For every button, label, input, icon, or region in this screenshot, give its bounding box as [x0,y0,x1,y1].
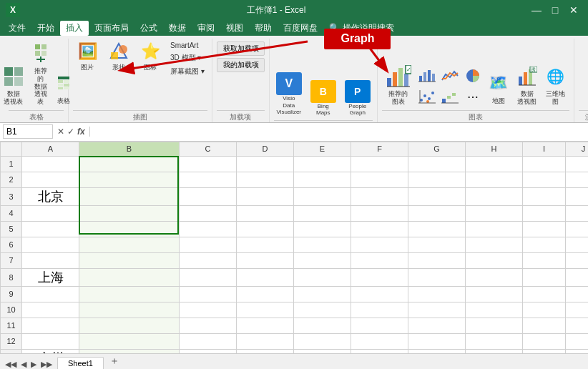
cell-J12[interactable] [566,333,589,349]
cell-B7[interactable] [79,252,180,268]
cell-I10[interactable] [523,302,566,318]
col-header-H[interactable]: H [466,142,523,156]
cell-F1[interactable] [351,156,408,172]
cell-I6[interactable] [523,237,566,252]
maximize-button[interactable]: □ [547,3,564,17]
menu-item-help[interactable]: 帮助 [249,21,278,36]
cell-I11[interactable] [523,318,566,333]
shapes-button[interactable]: 形状 [104,39,133,74]
menu-item-home[interactable]: 开始 [31,21,60,36]
cell-B1[interactable] [79,156,180,172]
sheet-nav-back[interactable]: ◀ [19,360,29,369]
cell-C6[interactable] [180,237,237,252]
cell-I5[interactable] [523,221,566,237]
cell-G8[interactable] [408,268,466,286]
3d-model-button[interactable]: 3D 模型 ▾ [167,51,207,64]
insert-function-icon[interactable]: fx [77,127,85,137]
screenshot-button[interactable]: 屏幕截图 ▾ [167,65,207,78]
map-button[interactable]: 🗺️ 地图 [485,68,512,107]
cell-H10[interactable] [466,302,523,318]
cell-F10[interactable] [351,302,408,318]
more-charts-button[interactable]: ⋯ [462,87,484,107]
cell-J4[interactable] [566,205,589,221]
cell-G3[interactable] [408,187,466,205]
scatter-chart-button[interactable] [416,87,438,107]
cell-F3[interactable] [351,187,408,205]
cell-E3[interactable] [294,187,351,205]
col-header-G[interactable]: G [408,142,466,156]
col-header-F[interactable]: F [351,142,408,156]
cell-G7[interactable] [408,252,466,268]
cell-J3[interactable] [566,187,589,205]
waterfall-chart-button[interactable] [439,87,461,107]
cell-E6[interactable] [294,237,351,252]
cell-D9[interactable] [237,286,294,302]
cell-C2[interactable] [180,172,237,187]
cell-F8[interactable] [351,268,408,286]
menu-item-file[interactable]: 文件 [3,21,31,36]
cell-E2[interactable] [294,172,351,187]
cell-C1[interactable] [180,156,237,172]
cell-D7[interactable] [237,252,294,268]
col-header-C[interactable]: C [180,142,237,156]
recommended-pivot-button[interactable]: 推荐的数据透视表 [29,39,52,107]
cell-F4[interactable] [351,205,408,221]
menu-item-search[interactable]: 🔍 操作说明搜索 [323,21,400,36]
cell-D4[interactable] [237,205,294,221]
cell-J5[interactable] [566,221,589,237]
cell-F11[interactable] [351,318,408,333]
cell-E7[interactable] [294,252,351,268]
col-header-B[interactable]: B [79,142,180,156]
cell-H6[interactable] [466,237,523,252]
cell-D10[interactable] [237,302,294,318]
cell-I7[interactable] [523,252,566,268]
cell-A7[interactable] [22,252,79,268]
cell-E11[interactable] [294,318,351,333]
col-header-I[interactable]: I [523,142,566,156]
bar-chart-button[interactable] [416,66,438,86]
cell-C7[interactable] [180,252,237,268]
cell-I12[interactable] [523,333,566,349]
menu-item-data[interactable]: 数据 [163,21,192,36]
cell-B5[interactable] [79,221,180,237]
cell-A11[interactable] [22,318,79,333]
cell-I3[interactable] [523,187,566,205]
cell-B9[interactable] [79,286,180,302]
cell-H4[interactable] [466,205,523,221]
cell-J1[interactable] [566,156,589,172]
cell-J9[interactable] [566,286,589,302]
cell-H5[interactable] [466,221,523,237]
cell-D2[interactable] [237,172,294,187]
cell-A8[interactable]: 上海 [22,268,79,286]
menu-item-view[interactable]: 视图 [220,21,249,36]
cell-D1[interactable] [237,156,294,172]
pie-chart-button[interactable] [462,66,484,86]
menu-item-page-layout[interactable]: 页面布局 [89,21,134,36]
menu-item-baidu[interactable]: 百度网盘 [278,21,323,36]
cell-D11[interactable] [237,318,294,333]
cell-G1[interactable] [408,156,466,172]
cell-D12[interactable] [237,333,294,349]
cell-G6[interactable] [408,237,466,252]
people-graph-button[interactable]: P People Graph [343,79,373,117]
cell-F5[interactable] [351,221,408,237]
cell-A6[interactable] [22,237,79,252]
cell-A5[interactable] [22,221,79,237]
cell-H1[interactable] [466,156,523,172]
cell-E8[interactable] [294,268,351,286]
pivot-chart-button[interactable]: 透 数据透视图 [514,62,541,107]
my-addins-button[interactable]: 我的加载项 [217,58,265,72]
bing-maps-button[interactable]: B Bing Maps [308,79,338,117]
cell-D5[interactable] [237,221,294,237]
minimize-button[interactable]: — [528,3,545,17]
cell-H11[interactable] [466,318,523,333]
cell-B4[interactable] [79,205,180,221]
cell-G11[interactable] [408,318,466,333]
visio-button[interactable]: V Visio DataVisualizer [274,71,304,117]
cell-G4[interactable] [408,205,466,221]
formula-input[interactable] [90,125,585,138]
cell-A12[interactable] [22,333,79,349]
sheet-nav-last[interactable]: ▶▶ [39,360,54,369]
cell-A10[interactable] [22,302,79,318]
cell-F7[interactable] [351,252,408,268]
